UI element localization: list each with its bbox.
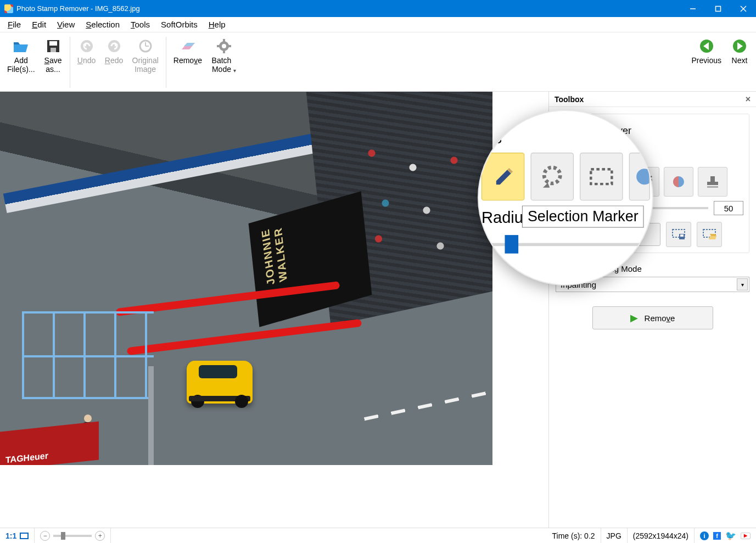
color-tool[interactable] [664, 167, 693, 197]
chevron-down-icon: ▾ [737, 278, 748, 290]
svg-rect-22 [217, 45, 220, 47]
svg-rect-7 [49, 41, 57, 46]
previous-button[interactable]: Previous [688, 35, 725, 90]
magnifier-overlay: 50 ols Radius Selection Marker [478, 110, 653, 286]
svg-rect-21 [223, 51, 225, 53]
svg-point-9 [81, 40, 93, 52]
zoom-out-button[interactable]: − [40, 531, 50, 541]
pencil-icon [491, 165, 515, 188]
status-format: JPG [601, 528, 628, 543]
radius-value-input[interactable]: 50 [714, 201, 743, 215]
close-toolbox-button[interactable]: × [746, 94, 751, 104]
zoom-slider-cell: − + [35, 528, 111, 543]
load-selection-icon [702, 228, 716, 240]
svg-point-50 [544, 167, 560, 183]
play-icon: ▶ [630, 312, 638, 324]
undo-button[interactable]: Undo [74, 35, 100, 90]
toolbox-header: Toolbox × [549, 92, 756, 107]
minimize-button[interactable] [680, 0, 705, 17]
svg-marker-51 [543, 183, 550, 188]
svg-point-53 [636, 169, 649, 184]
youtube-icon[interactable]: ▶ [741, 533, 751, 539]
load-selection-button[interactable] [697, 222, 722, 247]
svg-marker-17 [184, 43, 195, 46]
svg-rect-20 [223, 39, 225, 42]
svg-marker-43 [710, 234, 716, 236]
rectangle-tool-zoom[interactable] [580, 153, 623, 200]
svg-marker-5 [14, 42, 20, 44]
undo-icon [78, 37, 96, 55]
original-image-button[interactable]: OriginalImage [128, 35, 163, 90]
toolbar: AddFile(s)... Saveas... Undo Redo Origin… [0, 32, 756, 92]
menu-file[interactable]: File [3, 19, 25, 30]
status-dimensions: (2592x1944x24) [628, 528, 695, 543]
freeform-tool-zoom[interactable] [530, 153, 573, 200]
svg-rect-1 [716, 6, 721, 11]
app-icon [4, 4, 13, 13]
svg-rect-36 [710, 176, 715, 182]
svg-rect-41 [680, 234, 684, 237]
svg-rect-8 [51, 48, 56, 52]
svg-marker-48 [496, 170, 511, 184]
save-as-button[interactable]: Saveas... [40, 35, 66, 90]
maximize-button[interactable] [705, 0, 731, 17]
svg-point-19 [222, 44, 226, 48]
menu-softorbits[interactable]: SoftOrbits [156, 19, 202, 30]
add-files-button[interactable]: AddFile(s)... [3, 35, 39, 90]
menu-edit[interactable]: Edit [27, 19, 51, 30]
close-button[interactable] [731, 0, 756, 17]
rect-select-icon [589, 167, 614, 187]
color-select-icon [630, 166, 649, 188]
batch-mode-button[interactable]: BatchMode▾ [207, 35, 241, 90]
zoom-in-button[interactable]: + [95, 531, 105, 541]
window-title: Photo Stamp Remover - IMG_8562.jpg [16, 4, 140, 13]
gear-icon [215, 37, 233, 55]
image-preview[interactable] [0, 92, 492, 465]
image-canvas-area[interactable] [0, 92, 548, 528]
color-select-icon [671, 174, 686, 189]
arrow-right-icon [731, 37, 748, 55]
svg-rect-37 [707, 182, 718, 185]
svg-point-11 [108, 40, 120, 52]
svg-rect-52 [591, 169, 612, 184]
tooltip: Selection Marker [522, 205, 644, 227]
save-icon [44, 37, 62, 55]
folder-open-icon [12, 37, 30, 55]
menu-help[interactable]: Help [204, 19, 230, 30]
facebook-icon[interactable]: f [713, 532, 721, 540]
menu-selection[interactable]: Selection [81, 19, 124, 30]
marker-tool-zoom[interactable] [481, 153, 524, 200]
social-links: i f 🐦 ▶ [695, 528, 756, 543]
svg-rect-38 [707, 186, 718, 188]
save-selection-icon [671, 228, 686, 240]
menubar: File Edit View Selection Tools SoftOrbit… [0, 17, 756, 32]
stamp-icon [705, 174, 720, 189]
eraser-icon [179, 37, 197, 55]
toolbox-remove-button[interactable]: ▶ Remove [592, 306, 713, 329]
menu-tools[interactable]: Tools [126, 19, 154, 30]
radius-slider-zoom[interactable] [481, 243, 650, 247]
svg-marker-44 [709, 236, 716, 239]
next-button[interactable]: Next [726, 35, 753, 90]
titlebar: Photo Stamp Remover - IMG_8562.jpg [0, 0, 756, 17]
fit-screen-icon [20, 533, 29, 539]
history-icon [137, 37, 154, 55]
twitter-icon[interactable]: 🐦 [725, 530, 736, 541]
status-time: Time (s): 0.2 [547, 528, 601, 543]
zoom-ratio[interactable]: 1:1 [0, 528, 35, 543]
lasso-icon [540, 164, 564, 189]
redo-icon [105, 37, 123, 55]
zoom-slider[interactable] [53, 535, 92, 537]
statusbar: 1:1 − + Time (s): 0.2 JPG (2592x1944x24)… [0, 528, 756, 543]
svg-rect-54 [20, 533, 28, 539]
info-icon[interactable]: i [700, 531, 709, 540]
stamp-tool[interactable] [698, 167, 727, 197]
svg-rect-23 [228, 45, 231, 47]
redo-button[interactable]: Redo [101, 35, 127, 90]
remove-button[interactable]: Remove [170, 35, 206, 90]
menu-view[interactable]: View [53, 19, 79, 30]
arrow-left-icon [698, 37, 715, 55]
save-selection-button[interactable] [666, 222, 691, 247]
